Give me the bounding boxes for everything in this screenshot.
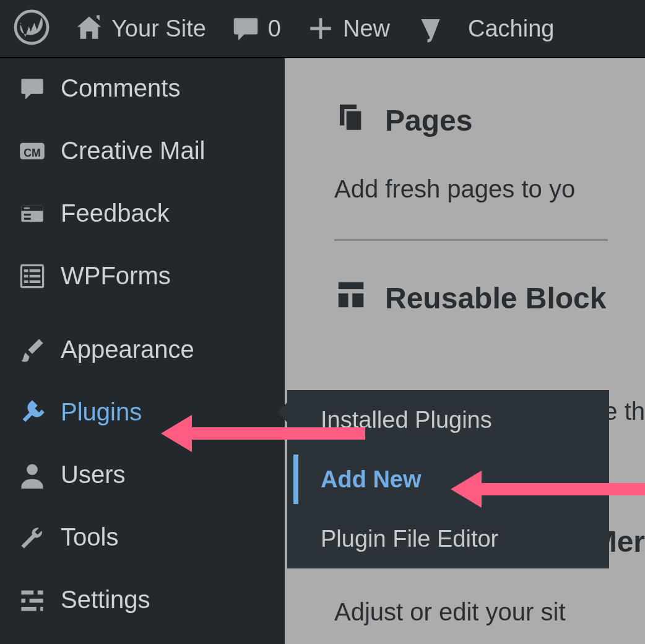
sidebar-label: Feedback bbox=[61, 199, 170, 227]
admin-topbar: Your Site 0 New Caching bbox=[0, 0, 645, 58]
plugins-flyout: Installed Plugins Add New Plugin File Ed… bbox=[287, 390, 609, 568]
sidebar-label: WPForms bbox=[61, 262, 171, 290]
home-icon bbox=[74, 14, 104, 43]
flyout-pointer bbox=[277, 402, 287, 422]
yoast-icon bbox=[413, 13, 444, 44]
cm-icon: CM bbox=[16, 137, 48, 165]
wordpress-logo[interactable] bbox=[0, 9, 62, 48]
comment-icon bbox=[16, 75, 48, 102]
topbar-comments[interactable]: 0 bbox=[219, 0, 293, 57]
svg-rect-5 bbox=[24, 207, 30, 209]
sidebar-label: Tools bbox=[61, 523, 118, 551]
sidebar-label: Settings bbox=[61, 586, 150, 614]
svg-point-15 bbox=[27, 464, 38, 475]
wrench-icon bbox=[16, 524, 48, 551]
admin-sidebar: Comments CM Creative Mail Feedback WPFor… bbox=[0, 57, 285, 644]
svg-rect-21 bbox=[37, 605, 41, 612]
caching-label: Caching bbox=[468, 15, 554, 42]
sidebar-item-wpforms[interactable]: WPForms bbox=[0, 245, 285, 307]
sidebar-item-comments[interactable]: Comments bbox=[0, 57, 285, 120]
svg-rect-11 bbox=[24, 274, 28, 277]
svg-rect-7 bbox=[24, 217, 31, 219]
sidebar-item-tools[interactable]: Tools bbox=[0, 506, 285, 568]
svg-rect-6 bbox=[24, 214, 31, 215]
topbar-caching[interactable]: Caching bbox=[456, 0, 566, 57]
comments-count-label: 0 bbox=[268, 15, 281, 42]
new-label: New bbox=[343, 15, 390, 42]
sidebar-item-users[interactable]: Users bbox=[0, 443, 285, 506]
sidebar-label: Creative Mail bbox=[61, 137, 205, 165]
site-name-label: Your Site bbox=[111, 15, 206, 42]
flyout-installed-plugins[interactable]: Installed Plugins bbox=[287, 390, 609, 450]
brush-icon bbox=[16, 336, 48, 363]
topbar-yoast[interactable] bbox=[402, 0, 456, 57]
sliders-icon bbox=[16, 586, 48, 614]
flyout-label: Installed Plugins bbox=[321, 407, 492, 433]
topbar-site-link[interactable]: Your Site bbox=[62, 0, 219, 57]
svg-rect-12 bbox=[30, 274, 41, 277]
sidebar-label: Appearance bbox=[61, 336, 194, 363]
svg-rect-16 bbox=[21, 590, 43, 594]
sidebar-item-plugins[interactable]: Plugins bbox=[0, 381, 285, 443]
wpforms-icon bbox=[16, 263, 48, 290]
flyout-label: Add New bbox=[321, 466, 422, 493]
sidebar-label: Plugins bbox=[61, 398, 142, 426]
user-icon bbox=[16, 461, 48, 489]
sidebar-item-creative-mail[interactable]: CM Creative Mail bbox=[0, 120, 285, 182]
flyout-plugin-file-editor[interactable]: Plugin File Editor bbox=[287, 509, 609, 568]
flyout-add-new[interactable]: Add New bbox=[287, 450, 609, 509]
svg-text:CM: CM bbox=[24, 146, 40, 159]
svg-rect-17 bbox=[21, 598, 43, 603]
sidebar-label: Users bbox=[61, 461, 125, 489]
svg-rect-10 bbox=[30, 269, 41, 272]
svg-rect-13 bbox=[24, 280, 28, 282]
svg-point-0 bbox=[15, 11, 48, 43]
svg-rect-20 bbox=[25, 597, 30, 604]
svg-rect-19 bbox=[33, 589, 38, 596]
plugin-icon bbox=[16, 399, 48, 426]
sidebar-item-feedback[interactable]: Feedback bbox=[0, 182, 285, 245]
topbar-new[interactable]: New bbox=[293, 0, 402, 57]
svg-rect-14 bbox=[30, 280, 41, 282]
plus-icon bbox=[306, 14, 335, 43]
feedback-icon bbox=[16, 200, 48, 227]
sidebar-item-appearance[interactable]: Appearance bbox=[0, 318, 285, 381]
flyout-label: Plugin File Editor bbox=[321, 526, 498, 552]
sidebar-item-settings[interactable]: Settings bbox=[0, 568, 285, 631]
sidebar-label: Comments bbox=[61, 74, 180, 102]
svg-rect-9 bbox=[24, 269, 28, 272]
comment-icon bbox=[231, 14, 261, 43]
